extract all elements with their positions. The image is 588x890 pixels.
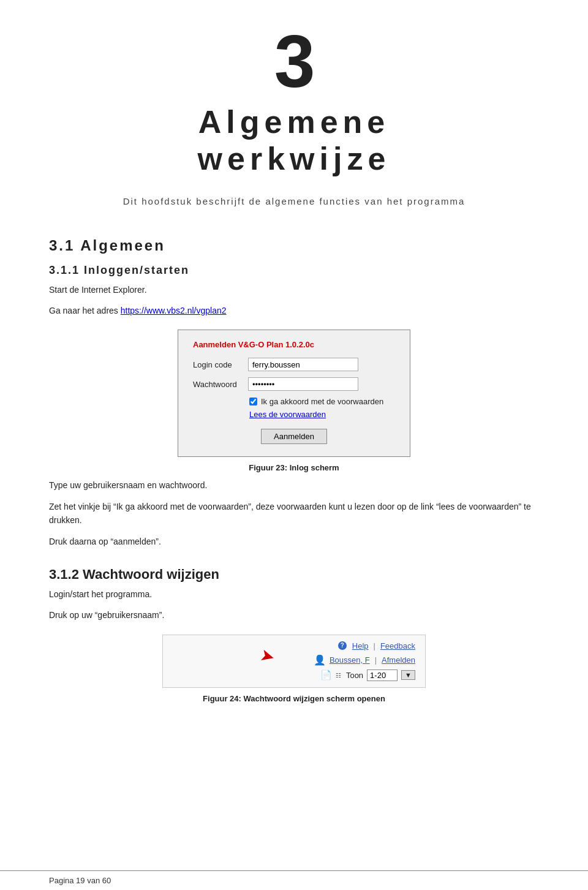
user-person-icon: 👤 xyxy=(314,654,326,666)
text-type-credentials: Type uw gebruikersnaam en wachtwoord. xyxy=(49,478,539,492)
help-link[interactable]: Help xyxy=(352,641,369,651)
section-3-1-1-header: 3.1.1 Inloggen/starten xyxy=(49,264,539,277)
figure-23-caption: Figuur 23: Inlog scherm xyxy=(249,463,339,472)
terms-checkbox[interactable] xyxy=(249,398,257,405)
text-login-start: Login/start het programma. xyxy=(49,587,539,601)
text-go-to-url: Ga naar het adres https://www.vbs2.nl/vg… xyxy=(49,304,539,317)
login-code-row: Login code xyxy=(193,358,395,371)
figure-24-caption: Figuur 24: Wachtwoord wijzigen scherm op… xyxy=(203,694,385,703)
help-circle-icon: ? xyxy=(338,641,347,650)
login-password-row: Wachtwoord xyxy=(193,377,395,391)
login-code-label: Login code xyxy=(193,360,248,369)
section-3-1-header: 3.1 Algemeen xyxy=(49,237,539,254)
section-3-1-2-header: 3.1.2 Wachtwoord wijzigen xyxy=(49,567,539,583)
toolbar-help-feedback-row: ? Help | Feedback xyxy=(173,641,415,651)
chapter-subtitle: Dit hoofdstuk beschrijft de algemene fun… xyxy=(49,196,539,206)
text-press-username: Druk op uw “gebruikersnaam”. xyxy=(49,608,539,622)
afmelden-link[interactable]: Afmelden xyxy=(382,655,415,665)
login-button-row: Aanmelden xyxy=(193,429,395,444)
grid-icon: ☷ xyxy=(336,672,341,679)
chapter-number: 3 xyxy=(49,25,539,98)
login-submit-button[interactable]: Aanmelden xyxy=(261,429,327,444)
dropdown-arrow-icon[interactable]: ▼ xyxy=(401,670,415,680)
figure-23-container: Aanmelden V&G-O Plan 1.0.2.0c Login code… xyxy=(49,330,539,472)
toolbar-separator-1: | xyxy=(374,641,375,651)
figure-24-container: ➤ ? Help | Feedback 👤 Boussen, F | Afmel… xyxy=(49,635,539,703)
text-press-login: Druk daarna op “aanmelden”. xyxy=(49,535,539,548)
toolbar-box: ? Help | Feedback 👤 Boussen, F | Afmelde… xyxy=(162,635,426,688)
chapter-title: Algemene werkwijze xyxy=(49,104,539,178)
login-checkbox-row: Ik ga akkoord met de voorwaarden xyxy=(249,397,395,406)
login-form-screenshot: Aanmelden V&G-O Plan 1.0.2.0c Login code… xyxy=(178,330,410,457)
page-footer: Pagina 19 van 60 xyxy=(0,870,588,890)
username-link[interactable]: Boussen, F xyxy=(330,655,370,665)
toolbar-user-row: 👤 Boussen, F | Afmelden xyxy=(173,654,415,666)
login-code-input[interactable] xyxy=(248,358,358,371)
toon-label: Toon xyxy=(346,671,363,680)
terms-link[interactable]: Lees de voorwaarden xyxy=(249,410,326,419)
page-icon: 📄 xyxy=(320,669,332,681)
page-number: Pagina 19 van 60 xyxy=(49,876,111,885)
toolbar-screenshot: ➤ ? Help | Feedback 👤 Boussen, F | Afmel… xyxy=(162,635,426,688)
range-input[interactable] xyxy=(367,669,398,681)
url-link[interactable]: https://www.vbs2.nl/vgplan2 xyxy=(121,306,227,315)
toolbar-toon-row: 📄 ☷ Toon ▼ xyxy=(173,669,415,681)
toolbar-separator-2: | xyxy=(375,655,377,665)
text-start-ie: Start de Internet Explorer. xyxy=(49,283,539,296)
login-form-title: Aanmelden V&G-O Plan 1.0.2.0c xyxy=(193,340,395,349)
feedback-link[interactable]: Feedback xyxy=(380,641,415,651)
login-terms-link-row: Lees de voorwaarden xyxy=(249,410,395,419)
terms-checkbox-label: Ik ga akkoord met de voorwaarden xyxy=(261,397,383,406)
login-password-label: Wachtwoord xyxy=(193,380,248,389)
login-password-input[interactable] xyxy=(248,377,358,391)
text-set-checkbox: Zet het vinkje bij “Ik ga akkoord met de… xyxy=(49,500,539,527)
